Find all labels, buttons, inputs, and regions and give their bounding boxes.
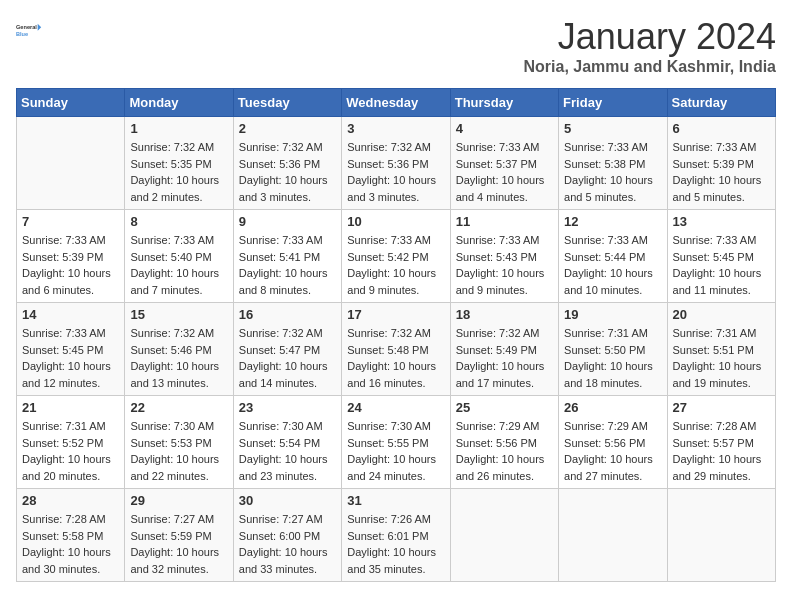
calendar-cell: 31Sunrise: 7:26 AM Sunset: 6:01 PM Dayli…	[342, 489, 450, 582]
day-number: 2	[239, 121, 336, 136]
day-info: Sunrise: 7:30 AM Sunset: 5:54 PM Dayligh…	[239, 418, 336, 484]
svg-marker-2	[38, 24, 42, 31]
calendar-cell: 20Sunrise: 7:31 AM Sunset: 5:51 PM Dayli…	[667, 303, 775, 396]
day-info: Sunrise: 7:33 AM Sunset: 5:40 PM Dayligh…	[130, 232, 227, 298]
day-info: Sunrise: 7:32 AM Sunset: 5:36 PM Dayligh…	[239, 139, 336, 205]
calendar-cell: 26Sunrise: 7:29 AM Sunset: 5:56 PM Dayli…	[559, 396, 667, 489]
day-info: Sunrise: 7:27 AM Sunset: 5:59 PM Dayligh…	[130, 511, 227, 577]
calendar-cell	[559, 489, 667, 582]
calendar-cell	[17, 117, 125, 210]
day-number: 20	[673, 307, 770, 322]
day-number: 4	[456, 121, 553, 136]
calendar-cell: 1Sunrise: 7:32 AM Sunset: 5:35 PM Daylig…	[125, 117, 233, 210]
day-info: Sunrise: 7:32 AM Sunset: 5:46 PM Dayligh…	[130, 325, 227, 391]
calendar-cell: 17Sunrise: 7:32 AM Sunset: 5:48 PM Dayli…	[342, 303, 450, 396]
day-info: Sunrise: 7:33 AM Sunset: 5:45 PM Dayligh…	[673, 232, 770, 298]
calendar-cell: 6Sunrise: 7:33 AM Sunset: 5:39 PM Daylig…	[667, 117, 775, 210]
calendar-cell: 27Sunrise: 7:28 AM Sunset: 5:57 PM Dayli…	[667, 396, 775, 489]
logo-icon: GeneralBlue	[16, 16, 44, 44]
day-number: 13	[673, 214, 770, 229]
day-number: 11	[456, 214, 553, 229]
day-info: Sunrise: 7:33 AM Sunset: 5:37 PM Dayligh…	[456, 139, 553, 205]
day-info: Sunrise: 7:33 AM Sunset: 5:39 PM Dayligh…	[22, 232, 119, 298]
day-number: 6	[673, 121, 770, 136]
calendar-cell: 18Sunrise: 7:32 AM Sunset: 5:49 PM Dayli…	[450, 303, 558, 396]
day-number: 27	[673, 400, 770, 415]
day-number: 3	[347, 121, 444, 136]
day-number: 16	[239, 307, 336, 322]
calendar-cell: 11Sunrise: 7:33 AM Sunset: 5:43 PM Dayli…	[450, 210, 558, 303]
day-info: Sunrise: 7:27 AM Sunset: 6:00 PM Dayligh…	[239, 511, 336, 577]
calendar-cell: 24Sunrise: 7:30 AM Sunset: 5:55 PM Dayli…	[342, 396, 450, 489]
day-number: 5	[564, 121, 661, 136]
day-number: 30	[239, 493, 336, 508]
calendar-cell: 16Sunrise: 7:32 AM Sunset: 5:47 PM Dayli…	[233, 303, 341, 396]
day-number: 1	[130, 121, 227, 136]
day-number: 21	[22, 400, 119, 415]
calendar-cell: 10Sunrise: 7:33 AM Sunset: 5:42 PM Dayli…	[342, 210, 450, 303]
weekday-header-thursday: Thursday	[450, 89, 558, 117]
calendar-cell: 14Sunrise: 7:33 AM Sunset: 5:45 PM Dayli…	[17, 303, 125, 396]
day-info: Sunrise: 7:29 AM Sunset: 5:56 PM Dayligh…	[456, 418, 553, 484]
weekday-header-monday: Monday	[125, 89, 233, 117]
svg-text:Blue: Blue	[16, 31, 28, 37]
day-number: 19	[564, 307, 661, 322]
day-info: Sunrise: 7:31 AM Sunset: 5:50 PM Dayligh…	[564, 325, 661, 391]
weekday-header-saturday: Saturday	[667, 89, 775, 117]
week-row-2: 7Sunrise: 7:33 AM Sunset: 5:39 PM Daylig…	[17, 210, 776, 303]
day-number: 17	[347, 307, 444, 322]
day-info: Sunrise: 7:33 AM Sunset: 5:39 PM Dayligh…	[673, 139, 770, 205]
calendar-title: January 2024	[523, 16, 776, 58]
weekday-header-tuesday: Tuesday	[233, 89, 341, 117]
logo: GeneralBlue	[16, 16, 44, 44]
calendar-cell: 29Sunrise: 7:27 AM Sunset: 5:59 PM Dayli…	[125, 489, 233, 582]
day-info: Sunrise: 7:28 AM Sunset: 5:58 PM Dayligh…	[22, 511, 119, 577]
day-number: 12	[564, 214, 661, 229]
calendar-cell: 22Sunrise: 7:30 AM Sunset: 5:53 PM Dayli…	[125, 396, 233, 489]
calendar-cell: 9Sunrise: 7:33 AM Sunset: 5:41 PM Daylig…	[233, 210, 341, 303]
calendar-cell: 25Sunrise: 7:29 AM Sunset: 5:56 PM Dayli…	[450, 396, 558, 489]
day-info: Sunrise: 7:26 AM Sunset: 6:01 PM Dayligh…	[347, 511, 444, 577]
day-info: Sunrise: 7:33 AM Sunset: 5:44 PM Dayligh…	[564, 232, 661, 298]
day-info: Sunrise: 7:32 AM Sunset: 5:48 PM Dayligh…	[347, 325, 444, 391]
day-info: Sunrise: 7:33 AM Sunset: 5:42 PM Dayligh…	[347, 232, 444, 298]
day-number: 31	[347, 493, 444, 508]
day-number: 25	[456, 400, 553, 415]
day-number: 23	[239, 400, 336, 415]
day-info: Sunrise: 7:30 AM Sunset: 5:53 PM Dayligh…	[130, 418, 227, 484]
day-number: 14	[22, 307, 119, 322]
day-number: 24	[347, 400, 444, 415]
calendar-cell: 15Sunrise: 7:32 AM Sunset: 5:46 PM Dayli…	[125, 303, 233, 396]
weekday-header-friday: Friday	[559, 89, 667, 117]
day-number: 15	[130, 307, 227, 322]
day-info: Sunrise: 7:33 AM Sunset: 5:45 PM Dayligh…	[22, 325, 119, 391]
week-row-1: 1Sunrise: 7:32 AM Sunset: 5:35 PM Daylig…	[17, 117, 776, 210]
day-number: 22	[130, 400, 227, 415]
calendar-cell: 23Sunrise: 7:30 AM Sunset: 5:54 PM Dayli…	[233, 396, 341, 489]
day-info: Sunrise: 7:29 AM Sunset: 5:56 PM Dayligh…	[564, 418, 661, 484]
day-number: 8	[130, 214, 227, 229]
week-row-3: 14Sunrise: 7:33 AM Sunset: 5:45 PM Dayli…	[17, 303, 776, 396]
day-number: 10	[347, 214, 444, 229]
day-number: 28	[22, 493, 119, 508]
weekday-header-wednesday: Wednesday	[342, 89, 450, 117]
day-info: Sunrise: 7:32 AM Sunset: 5:36 PM Dayligh…	[347, 139, 444, 205]
day-info: Sunrise: 7:32 AM Sunset: 5:47 PM Dayligh…	[239, 325, 336, 391]
day-number: 18	[456, 307, 553, 322]
page-header: GeneralBlue January 2024 Noria, Jammu an…	[16, 16, 776, 76]
calendar-cell: 19Sunrise: 7:31 AM Sunset: 5:50 PM Dayli…	[559, 303, 667, 396]
week-row-5: 28Sunrise: 7:28 AM Sunset: 5:58 PM Dayli…	[17, 489, 776, 582]
calendar-cell: 8Sunrise: 7:33 AM Sunset: 5:40 PM Daylig…	[125, 210, 233, 303]
day-number: 7	[22, 214, 119, 229]
day-info: Sunrise: 7:32 AM Sunset: 5:35 PM Dayligh…	[130, 139, 227, 205]
calendar-cell: 4Sunrise: 7:33 AM Sunset: 5:37 PM Daylig…	[450, 117, 558, 210]
calendar-cell	[667, 489, 775, 582]
day-number: 29	[130, 493, 227, 508]
weekday-header-row: SundayMondayTuesdayWednesdayThursdayFrid…	[17, 89, 776, 117]
day-info: Sunrise: 7:32 AM Sunset: 5:49 PM Dayligh…	[456, 325, 553, 391]
calendar-cell: 21Sunrise: 7:31 AM Sunset: 5:52 PM Dayli…	[17, 396, 125, 489]
calendar-cell	[450, 489, 558, 582]
calendar-cell: 5Sunrise: 7:33 AM Sunset: 5:38 PM Daylig…	[559, 117, 667, 210]
day-info: Sunrise: 7:33 AM Sunset: 5:41 PM Dayligh…	[239, 232, 336, 298]
day-info: Sunrise: 7:33 AM Sunset: 5:43 PM Dayligh…	[456, 232, 553, 298]
